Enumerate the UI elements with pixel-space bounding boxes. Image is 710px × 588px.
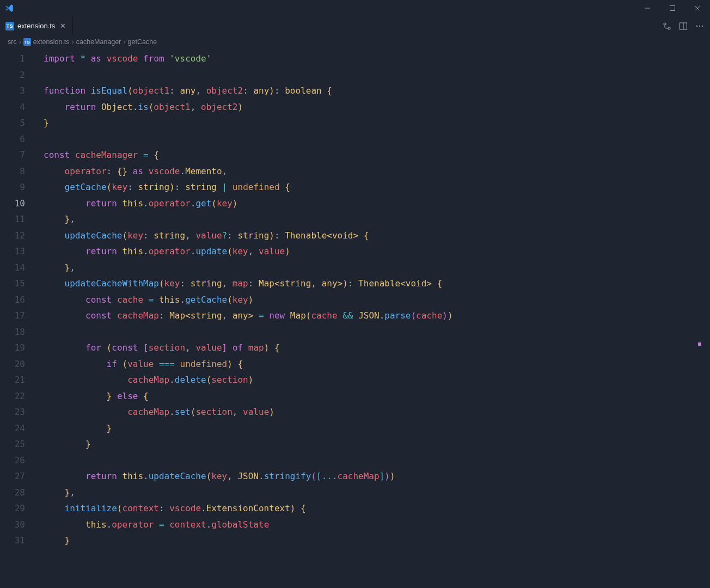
line-number: 20 (0, 356, 25, 372)
title-bar (0, 0, 710, 16)
maximize-button[interactable] (660, 0, 685, 16)
line-number: 24 (0, 420, 25, 437)
chevron-right-icon: › (123, 38, 125, 46)
more-icon[interactable] (693, 19, 707, 33)
code-line[interactable]: return this.operator.get(key) (36, 195, 642, 212)
line-number: 14 (0, 260, 25, 276)
breadcrumb-label: cacheManager (76, 38, 121, 46)
title-bar-left (4, 3, 19, 13)
line-number: 26 (0, 452, 25, 469)
code-line[interactable]: } (36, 115, 642, 131)
code-line[interactable] (36, 324, 642, 340)
code-line[interactable]: getCache(key: string): string | undefine… (36, 179, 642, 195)
line-number: 28 (0, 485, 25, 501)
line-number: 18 (0, 324, 25, 340)
code-line[interactable]: }, (36, 485, 642, 501)
line-number: 10 (0, 195, 25, 212)
line-number: 23 (0, 404, 25, 420)
code-line[interactable]: } (36, 436, 642, 452)
tab-label: extension.ts (17, 22, 55, 30)
line-number: 19 (0, 340, 25, 356)
code-line[interactable]: initialize(context: vscode.ExtensionCont… (36, 500, 642, 517)
code-line[interactable]: if (value === undefined) { (36, 356, 642, 372)
close-icon[interactable]: ✕ (58, 22, 67, 30)
code-line[interactable]: } (36, 420, 642, 437)
minimize-button[interactable] (635, 0, 660, 16)
line-number: 5 (0, 115, 25, 131)
line-number: 17 (0, 308, 25, 324)
tab-extension-ts[interactable]: TS extension.ts ✕ (0, 16, 73, 35)
breadcrumb-segment-file[interactable]: TS extension.ts (23, 38, 70, 46)
code-line[interactable]: }, (36, 260, 642, 276)
code-line[interactable]: const cache = this.getCache(key) (36, 292, 642, 308)
line-number: 1 (0, 51, 25, 67)
code-line[interactable]: import * as vscode from 'vscode' (36, 51, 642, 67)
breadcrumb-segment-src[interactable]: src (8, 38, 17, 46)
code-line[interactable]: }, (36, 211, 642, 228)
code-line[interactable]: } else { (36, 388, 642, 405)
code-line[interactable]: this.operator = context.globalState (36, 517, 642, 533)
editor-actions (657, 16, 710, 35)
line-number: 27 (0, 468, 25, 485)
window-controls (635, 0, 710, 16)
svg-point-8 (696, 25, 697, 26)
code-line[interactable]: updateCacheWithMap(key: string, map: Map… (36, 275, 642, 292)
ts-file-icon: TS (23, 38, 31, 46)
line-number: 6 (0, 131, 25, 148)
line-number: 8 (0, 163, 25, 180)
code-line[interactable] (36, 131, 642, 148)
close-button[interactable] (685, 0, 710, 16)
breadcrumb-segment-symbol-2[interactable]: getCache (128, 38, 157, 46)
line-number: 15 (0, 275, 25, 292)
line-number-gutter: 1234567891011121314151617181920212223242… (0, 48, 36, 588)
editor: 1234567891011121314151617181920212223242… (0, 48, 710, 588)
code-line[interactable]: return this.updateCache(key, JSON.string… (36, 468, 642, 485)
svg-point-5 (668, 27, 670, 29)
code-line[interactable]: return this.operator.update(key, value) (36, 243, 642, 260)
code-line[interactable]: for (const [section, value] of map) { (36, 340, 642, 356)
code-line[interactable]: function isEqual(object1: any, object2: … (36, 83, 642, 99)
compare-changes-icon[interactable] (660, 19, 674, 33)
code-line[interactable]: cacheMap.delete(section) (36, 372, 642, 388)
line-number: 30 (0, 517, 25, 533)
line-number: 4 (0, 99, 25, 115)
line-number: 25 (0, 436, 25, 452)
line-number: 21 (0, 372, 25, 388)
tabs-list: TS extension.ts ✕ (0, 16, 73, 35)
code-line[interactable]: } (36, 532, 642, 549)
code-line[interactable]: const cacheManager = { (36, 147, 642, 163)
breadcrumb-label: src (8, 38, 17, 46)
code-line[interactable]: cacheMap.set(section, value) (36, 404, 642, 420)
line-number: 9 (0, 179, 25, 195)
line-number: 7 (0, 147, 25, 163)
code-area[interactable]: import * as vscode from 'vscode'function… (36, 48, 642, 588)
chevron-right-icon: › (19, 38, 21, 46)
split-editor-icon[interactable] (676, 19, 690, 33)
line-number: 2 (0, 67, 25, 83)
svg-point-4 (664, 23, 666, 25)
chevron-right-icon: › (72, 38, 74, 46)
code-line[interactable]: updateCache(key: string, value?: string)… (36, 228, 642, 244)
code-line[interactable]: return Object.is(object1, object2) (36, 99, 642, 115)
svg-rect-1 (670, 6, 675, 11)
code-line[interactable]: const cacheMap: Map<string, any> = new M… (36, 308, 642, 324)
line-number: 3 (0, 83, 25, 99)
svg-point-10 (702, 25, 703, 26)
line-number: 22 (0, 388, 25, 405)
code-line[interactable]: operator: {} as vscode.Memento, (36, 163, 642, 180)
minimap-marker (698, 342, 701, 346)
line-number: 29 (0, 500, 25, 517)
breadcrumb: src › TS extension.ts › cacheManager › g… (0, 35, 710, 48)
line-number: 16 (0, 292, 25, 308)
vscode-logo-icon (4, 3, 14, 13)
code-line[interactable] (36, 452, 642, 469)
line-number: 31 (0, 532, 25, 549)
line-number: 13 (0, 243, 25, 260)
breadcrumb-segment-symbol-1[interactable]: cacheManager (76, 38, 121, 46)
breadcrumb-label: extension.ts (33, 38, 70, 46)
breadcrumb-label: getCache (128, 38, 157, 46)
minimap[interactable] (642, 48, 702, 588)
svg-point-9 (699, 25, 700, 26)
overview-ruler[interactable] (702, 48, 710, 588)
code-line[interactable] (36, 67, 642, 83)
